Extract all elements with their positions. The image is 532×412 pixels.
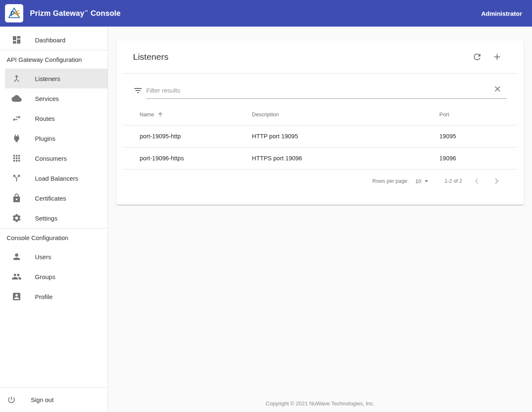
sidebar-item-profile[interactable]: Profile: [0, 287, 108, 307]
cloud-icon: [12, 93, 22, 103]
sidebar-item-plugins[interactable]: Plugins: [0, 128, 108, 148]
prizm-logo: P: [5, 4, 23, 22]
rows-per-page-value: 10: [415, 178, 421, 184]
card-divider: [123, 73, 517, 74]
sidebar-item-listeners[interactable]: Listeners: [5, 69, 108, 88]
section-api-gateway-configuration: API Gateway Configuration: [0, 50, 108, 69]
sign-out-button[interactable]: Sign out: [0, 387, 108, 412]
power-icon: [7, 395, 16, 404]
sidebar-item-settings[interactable]: Settings: [0, 208, 108, 228]
sidebar-item-label: Load Balancers: [35, 175, 78, 182]
sidebar-item-label: Groups: [35, 273, 55, 280]
close-icon[interactable]: [493, 84, 502, 93]
chevron-left-icon[interactable]: [471, 176, 482, 186]
sidebar-item-dashboard[interactable]: Dashboard: [0, 30, 108, 50]
app-title: Prizm Gateway™Console: [30, 9, 121, 18]
column-header-port[interactable]: Port: [433, 111, 517, 118]
page-range-label: 1-2 of 2: [445, 178, 462, 184]
sidebar-item-label: Profile: [35, 293, 53, 300]
lock-icon: [12, 193, 22, 203]
cell-name: port-19095-http: [123, 133, 245, 140]
arrow-up-icon: [157, 111, 163, 118]
call-split-icon: [12, 173, 22, 183]
main-content: Listeners: [108, 27, 532, 412]
rows-per-page-label: Rows per page:: [372, 178, 409, 184]
user-menu[interactable]: Administrator: [481, 10, 522, 17]
sidebar-item-consumers[interactable]: Consumers: [0, 148, 108, 168]
sidebar-item-label: Users: [35, 253, 51, 260]
paginator: Rows per page: 10 1-2 of 2: [116, 169, 524, 193]
cell-port: 19095: [433, 133, 517, 140]
contact-card-icon: [12, 292, 22, 302]
merge-arrows-icon: [12, 74, 22, 83]
listeners-table: Name Description Port port-19095-http HT…: [123, 104, 517, 169]
sidebar-item-label: Dashboard: [35, 37, 65, 44]
sidebar-item-label: Listeners: [35, 75, 60, 82]
chevron-right-icon[interactable]: [491, 176, 502, 186]
cell-port: 19096: [433, 155, 517, 162]
sidebar-item-routes[interactable]: Routes: [0, 108, 108, 128]
sidebar-item-certificates[interactable]: Certificates: [0, 188, 108, 208]
sidebar-item-label: Services: [35, 95, 59, 102]
sidebar-item-label: Consumers: [35, 155, 67, 162]
sidebar-item-label: Certificates: [35, 195, 66, 202]
plug-icon: [12, 133, 22, 143]
sidebar: Dashboard API Gateway Configuration List…: [0, 27, 108, 412]
sidebar-item-label: Settings: [35, 215, 57, 222]
refresh-button[interactable]: [472, 52, 482, 62]
filter-icon: [133, 86, 143, 96]
sidebar-item-groups[interactable]: Groups: [0, 267, 108, 287]
app-header: P Prizm Gateway™Console Administrator: [0, 0, 532, 27]
dashboard-icon: [12, 35, 22, 45]
add-listener-button[interactable]: [492, 52, 502, 62]
table-header-row: Name Description Port: [123, 104, 517, 125]
sidebar-item-label: Routes: [35, 115, 55, 122]
column-header-description[interactable]: Description: [245, 111, 433, 118]
sidebar-item-users[interactable]: Users: [0, 247, 108, 267]
page-title: Listeners: [133, 52, 168, 62]
sidebar-item-load-balancers[interactable]: Load Balancers: [0, 168, 108, 188]
column-header-name[interactable]: Name: [123, 111, 245, 118]
sign-out-label: Sign out: [31, 396, 54, 403]
dropdown-arrow-icon: [422, 177, 431, 185]
gear-icon: [12, 213, 22, 223]
rows-per-page-select[interactable]: 10: [415, 177, 430, 185]
grid-apps-icon: [12, 153, 22, 163]
svg-text:P: P: [10, 10, 15, 17]
listeners-card: Listeners: [116, 40, 524, 205]
cell-description: HTTP port 19095: [245, 133, 433, 140]
cell-description: HTTPS port 19096: [245, 155, 433, 162]
filter-input[interactable]: [146, 84, 490, 96]
table-row[interactable]: port-19096-https HTTPS port 19096 19096: [123, 147, 517, 169]
sidebar-item-label: Plugins: [35, 135, 55, 142]
people-icon: [12, 272, 22, 282]
copyright-text: Copyright © 2021 NuWave Technologies, In…: [108, 400, 532, 407]
table-row[interactable]: port-19095-http HTTP port 19095 19095: [123, 125, 517, 147]
section-console-configuration: Console Configuration: [0, 228, 108, 247]
person-icon: [12, 252, 22, 262]
cell-name: port-19096-https: [123, 155, 245, 162]
sidebar-item-services[interactable]: Services: [0, 88, 108, 108]
swap-horizontal-icon: [12, 113, 22, 123]
